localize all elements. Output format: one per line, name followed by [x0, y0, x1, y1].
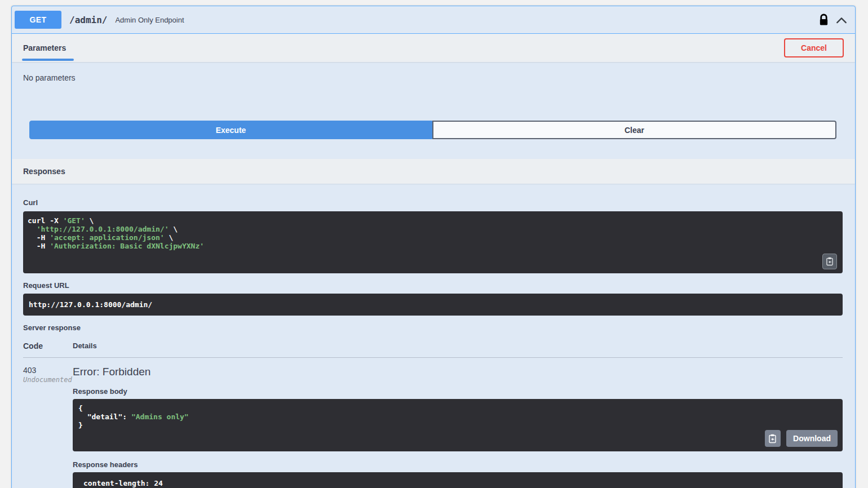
- chevron-up-glyph: [836, 16, 847, 24]
- curl-cmd: curl -X: [28, 216, 63, 225]
- copy-response-button[interactable]: [765, 430, 781, 447]
- endpoint-path: /admin/: [69, 15, 107, 25]
- curl-accept-string: 'accept: application/json': [50, 233, 165, 242]
- parameters-section-header: Parameters Cancel: [12, 34, 855, 62]
- lock-icon-glyph: [818, 14, 829, 26]
- curl-line1: curl -X 'GET' \: [28, 216, 94, 225]
- responses-header-label: Responses: [23, 167, 65, 176]
- method-badge: GET: [15, 11, 61, 29]
- json-indent: [78, 412, 87, 421]
- responses-section-header: Responses: [12, 159, 855, 184]
- tab-parameters[interactable]: Parameters: [23, 43, 66, 52]
- response-body-block: { "detail": "Admins only" } Download: [73, 399, 843, 451]
- response-headers-label: Response headers: [73, 460, 843, 469]
- response-details-cell: Error: Forbidden Response body { "detail…: [73, 366, 843, 488]
- curl-continuation: \: [169, 225, 178, 233]
- operation-block-get-admin: GET /admin/ Admin Only Endpoint Paramete…: [11, 6, 856, 488]
- curl-continuation: \: [165, 233, 174, 242]
- curl-header-flag: -H: [28, 233, 50, 242]
- responses-body: Curl curl -X 'GET' \ 'http://127.0.0.1:8…: [12, 198, 855, 488]
- chevron-up-icon[interactable]: [836, 16, 847, 24]
- curl-line4: -H 'Authorization: Basic dXNlcjpwYXNz': [28, 242, 204, 250]
- server-response-row: 403 Undocumented Error: Forbidden Respon…: [23, 358, 843, 488]
- operation-summary[interactable]: GET /admin/ Admin Only Endpoint: [12, 6, 855, 34]
- request-url-value: http://127.0.0.1:8000/admin/: [23, 294, 843, 316]
- curl-line3: -H 'accept: application/json' \: [28, 233, 173, 242]
- summary-icons: [818, 14, 847, 26]
- cancel-button[interactable]: Cancel: [784, 38, 844, 57]
- curl-header-flag: -H: [28, 242, 50, 250]
- undocumented-note: Undocumented: [23, 376, 73, 384]
- clipboard-copy-icon: [769, 434, 777, 443]
- details-column-header: Details: [73, 341, 843, 351]
- response-description: Error: Forbidden: [73, 366, 843, 378]
- response-code-cell: 403 Undocumented: [23, 366, 73, 488]
- download-button[interactable]: Download: [786, 430, 838, 447]
- json-close-brace: }: [78, 421, 83, 429]
- server-response-table-head: Code Details: [23, 341, 843, 351]
- json-detail-line: "detail": "Admins only": [78, 412, 189, 421]
- request-url-label: Request URL: [23, 281, 843, 290]
- copy-curl-button[interactable]: [822, 254, 837, 269]
- status-code: 403: [23, 366, 73, 375]
- json-value: "Admins only": [131, 412, 189, 421]
- endpoint-summary: Admin Only Endpoint: [115, 16, 184, 24]
- curl-indent: [28, 225, 37, 233]
- json-open-brace: {: [78, 404, 83, 412]
- response-body-actions: Download: [765, 430, 838, 447]
- lock-icon[interactable]: [818, 14, 829, 26]
- execute-button[interactable]: Execute: [29, 121, 432, 139]
- no-parameters-text: No parameters: [12, 62, 855, 94]
- curl-label: Curl: [23, 198, 843, 207]
- curl-continuation: \: [85, 216, 94, 225]
- json-separator: :: [122, 412, 131, 421]
- curl-url-string: 'http://127.0.0.1:8000/admin/': [37, 225, 169, 233]
- curl-auth-string: 'Authorization: Basic dXNlcjpwYXNz': [50, 242, 204, 250]
- clear-button[interactable]: Clear: [432, 121, 836, 139]
- execute-row: Execute Clear: [12, 94, 855, 150]
- response-body-label: Response body: [73, 387, 843, 396]
- code-column-header: Code: [23, 341, 73, 351]
- curl-code-block: curl -X 'GET' \ 'http://127.0.0.1:8000/a…: [23, 211, 843, 273]
- response-headers-block: content-length: 24 content-type: applica…: [73, 472, 843, 488]
- clipboard-copy-icon: [826, 257, 834, 266]
- header-line-content-length: content-length: 24: [83, 479, 163, 487]
- server-response-label: Server response: [23, 323, 843, 332]
- curl-method-string: 'GET': [63, 216, 85, 225]
- json-key: "detail": [87, 412, 123, 421]
- curl-line2: 'http://127.0.0.1:8000/admin/' \: [28, 225, 178, 233]
